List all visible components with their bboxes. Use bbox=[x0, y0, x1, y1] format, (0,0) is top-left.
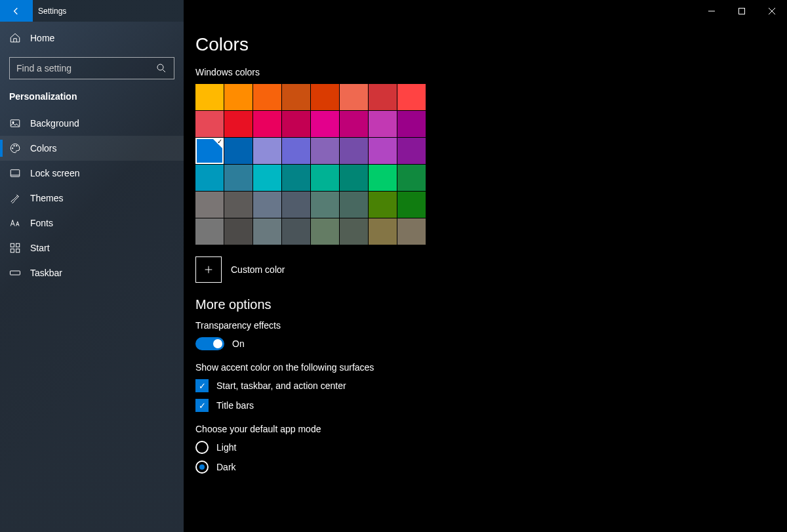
maximize-button[interactable] bbox=[727, 0, 757, 22]
color-swatch[interactable] bbox=[397, 192, 426, 218]
search-icon bbox=[155, 62, 167, 74]
sidebar-item-taskbar[interactable]: Taskbar bbox=[0, 260, 184, 285]
palette-icon bbox=[9, 142, 21, 154]
color-swatch[interactable] bbox=[253, 111, 281, 137]
transparency-toggle[interactable] bbox=[195, 337, 224, 350]
home-icon bbox=[9, 32, 21, 44]
sidebar-item-label: Background bbox=[30, 118, 79, 129]
color-swatch[interactable] bbox=[311, 218, 339, 245]
content-area: Colors Windows colors ✓ Custom color Mor… bbox=[195, 30, 787, 532]
svg-point-3 bbox=[12, 121, 14, 123]
svg-rect-11 bbox=[16, 249, 20, 253]
sidebar-item-start[interactable]: Start bbox=[0, 235, 184, 260]
back-button[interactable] bbox=[0, 0, 33, 22]
image-icon bbox=[9, 117, 21, 129]
color-swatch[interactable] bbox=[340, 138, 368, 164]
sidebar-home-label: Home bbox=[30, 33, 54, 43]
color-swatch[interactable] bbox=[195, 165, 224, 191]
color-swatch[interactable] bbox=[397, 218, 426, 245]
color-swatch[interactable]: ✓ bbox=[195, 138, 224, 164]
checkbox-titlebars-label: Title bars bbox=[216, 400, 254, 411]
color-swatch[interactable] bbox=[253, 138, 281, 164]
taskbar-icon bbox=[9, 267, 21, 279]
sidebar-item-fonts[interactable]: Fonts bbox=[0, 211, 184, 235]
color-swatch[interactable] bbox=[397, 84, 426, 110]
custom-color-label: Custom color bbox=[231, 264, 285, 275]
color-swatch[interactable] bbox=[369, 218, 397, 245]
sidebar-item-themes[interactable]: Themes bbox=[0, 186, 184, 211]
radio-light[interactable] bbox=[195, 441, 209, 454]
more-options-heading: More options bbox=[195, 297, 787, 312]
close-button[interactable] bbox=[757, 0, 787, 22]
sidebar-item-label: Colors bbox=[30, 143, 56, 153]
color-swatch[interactable] bbox=[397, 165, 426, 191]
svg-rect-12 bbox=[10, 271, 20, 275]
checkbox-row-start[interactable]: ✓ Start, taskbar, and action center bbox=[195, 379, 787, 392]
color-swatch[interactable] bbox=[311, 138, 339, 164]
color-swatch[interactable] bbox=[253, 84, 281, 110]
color-swatch[interactable] bbox=[369, 111, 397, 137]
search-input[interactable]: Find a setting bbox=[9, 57, 174, 79]
sidebar-item-lock-screen[interactable]: Lock screen bbox=[0, 161, 184, 186]
color-swatch[interactable] bbox=[311, 84, 339, 110]
svg-rect-9 bbox=[16, 243, 20, 247]
svg-rect-7 bbox=[10, 170, 20, 177]
color-swatch[interactable] bbox=[282, 218, 310, 245]
color-swatch[interactable] bbox=[397, 111, 426, 137]
color-swatch[interactable] bbox=[282, 138, 310, 164]
minimize-button[interactable] bbox=[696, 0, 727, 22]
color-swatch[interactable] bbox=[397, 138, 426, 164]
color-swatch[interactable] bbox=[195, 192, 224, 218]
checkbox-start[interactable]: ✓ bbox=[195, 379, 209, 392]
sidebar: Home Find a setting Personalization Back… bbox=[0, 22, 184, 532]
color-swatch[interactable] bbox=[369, 84, 397, 110]
color-swatch[interactable] bbox=[224, 111, 252, 137]
svg-point-1 bbox=[157, 64, 163, 70]
radio-light-label: Light bbox=[216, 442, 236, 453]
color-swatch[interactable] bbox=[282, 165, 310, 191]
color-swatch[interactable] bbox=[311, 192, 339, 218]
checkbox-titlebars[interactable]: ✓ bbox=[195, 399, 209, 412]
color-swatch[interactable] bbox=[224, 165, 252, 191]
color-swatch[interactable] bbox=[311, 111, 339, 137]
lock-icon bbox=[9, 167, 21, 179]
color-swatch[interactable] bbox=[253, 192, 281, 218]
radio-row-light[interactable]: Light bbox=[195, 441, 787, 454]
svg-point-4 bbox=[12, 148, 14, 149]
color-swatch[interactable] bbox=[369, 192, 397, 218]
color-swatch[interactable] bbox=[340, 218, 368, 245]
color-swatch[interactable] bbox=[282, 192, 310, 218]
color-swatch[interactable] bbox=[224, 218, 252, 245]
color-swatch[interactable] bbox=[340, 84, 368, 110]
font-icon bbox=[9, 217, 21, 229]
sidebar-item-label: Fonts bbox=[30, 218, 53, 228]
color-swatch[interactable] bbox=[224, 84, 252, 110]
sidebar-item-colors[interactable]: Colors bbox=[0, 136, 184, 161]
color-swatch[interactable] bbox=[195, 218, 224, 245]
radio-dark-label: Dark bbox=[216, 462, 236, 472]
color-swatch[interactable] bbox=[282, 84, 310, 110]
sidebar-home[interactable]: Home bbox=[0, 26, 184, 51]
color-swatch[interactable] bbox=[282, 111, 310, 137]
custom-color-button[interactable] bbox=[195, 256, 222, 283]
color-swatch[interactable] bbox=[340, 165, 368, 191]
page-title: Colors bbox=[195, 34, 787, 55]
color-swatch[interactable] bbox=[253, 165, 281, 191]
color-swatch[interactable] bbox=[311, 165, 339, 191]
color-swatch[interactable] bbox=[369, 165, 397, 191]
radio-dark[interactable] bbox=[195, 460, 209, 474]
color-swatch[interactable] bbox=[195, 111, 224, 137]
color-swatch[interactable] bbox=[224, 192, 252, 218]
color-swatch-grid: ✓ bbox=[195, 84, 426, 245]
checkbox-row-titlebars[interactable]: ✓ Title bars bbox=[195, 399, 787, 412]
color-swatch[interactable] bbox=[195, 84, 224, 110]
svg-rect-10 bbox=[10, 249, 14, 253]
brush-icon bbox=[9, 192, 21, 204]
radio-row-dark[interactable]: Dark bbox=[195, 460, 787, 474]
color-swatch[interactable] bbox=[224, 138, 252, 164]
color-swatch[interactable] bbox=[340, 192, 368, 218]
sidebar-item-background[interactable]: Background bbox=[0, 111, 184, 136]
color-swatch[interactable] bbox=[340, 111, 368, 137]
color-swatch[interactable] bbox=[253, 218, 281, 245]
color-swatch[interactable] bbox=[369, 138, 397, 164]
